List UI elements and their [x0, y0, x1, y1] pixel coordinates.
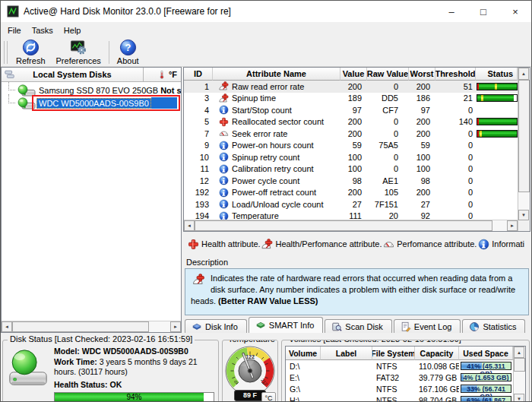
- attribute-name: Power cycle count: [213, 176, 340, 185]
- volume-file-system: NTFS: [372, 385, 415, 394]
- smart-attribute-table: IDAttribute NameValueRaw ValueWorstThres…: [183, 67, 530, 232]
- disk-worktime-line: Work Time: 3 years 5 months 9 days 21 ho…: [54, 357, 214, 378]
- tab-statistics[interactable]: Statistics: [462, 319, 525, 333]
- maximize-button[interactable]: □: [467, 1, 499, 22]
- disk-status-group: Disk Status [Last Checked: 2023-02-16 16…: [2, 340, 219, 402]
- disk-list-hscrollbar[interactable]: ◄ ►: [2, 321, 181, 332]
- legend-label: Perfomance attribute.: [397, 239, 477, 248]
- attribute-threshold: 21: [435, 93, 476, 103]
- smart-attribute-row[interactable]: 9Power-on hours count5975A5590: [184, 140, 518, 152]
- smart-column-header-value[interactable]: Value: [340, 68, 367, 81]
- description-label: Description: [183, 256, 530, 268]
- preferences-button[interactable]: Preferences: [51, 38, 106, 66]
- scrollbar-thumb[interactable]: [518, 80, 530, 192]
- smart-column-header-worst[interactable]: Worst: [409, 68, 435, 81]
- scroll-right-icon[interactable]: ►: [507, 220, 518, 231]
- scroll-down-icon[interactable]: ▼: [518, 210, 529, 220]
- minimize-button[interactable]: –: [435, 1, 467, 22]
- smart-column-header-threshold[interactable]: Threshold: [435, 68, 476, 81]
- toolbar-separator: [109, 41, 109, 64]
- attribute-threshold: 0: [435, 200, 476, 209]
- smart-column-header-attribute-name[interactable]: Attribute Name: [213, 68, 340, 81]
- scrollbar-corner: [518, 220, 530, 231]
- smart-table-vscrollbar[interactable]: ▲ ▼: [518, 68, 530, 231]
- health-icon: [188, 239, 199, 250]
- attribute-value: 111: [340, 211, 367, 220]
- scroll-up-icon[interactable]: ▲: [514, 347, 524, 358]
- volumes-vscrollbar[interactable]: ▲ ▼: [513, 347, 525, 402]
- smart-attribute-row[interactable]: 10Spinup retry count10001000: [184, 151, 518, 163]
- tab-event-log[interactable]: Event Log: [394, 319, 461, 333]
- volumes-column-header-volume[interactable]: Volume: [286, 347, 321, 360]
- temperature-title: Temperature: [226, 340, 277, 343]
- toolbar-gripper[interactable]: [4, 41, 8, 64]
- attribute-value: 97: [340, 106, 367, 115]
- scrollbar-thumb[interactable]: [514, 358, 525, 372]
- scroll-down-icon[interactable]: ▼: [514, 394, 524, 402]
- tab-label: Event Log: [414, 322, 452, 331]
- attribute-name: Calibration retry count: [213, 164, 340, 174]
- scroll-right-icon[interactable]: ►: [170, 321, 181, 332]
- smart-attribute-row[interactable]: 12Power cycle count98AE1980: [184, 175, 518, 187]
- scroll-left-icon[interactable]: ◄: [184, 220, 195, 231]
- attribute-id: 10: [184, 153, 213, 162]
- smart-column-header-status[interactable]: Status: [476, 68, 518, 81]
- volume-row[interactable]: D:\NTFS110.098 GB41% (45.311 GB): [286, 360, 513, 372]
- disk-list-header: Local System Disks °F: [2, 68, 181, 82]
- column-header-temperature-unit[interactable]: °F: [144, 68, 181, 81]
- attribute-worst: 100: [409, 164, 435, 173]
- attribute-legend: Health attribute.Health/Perfomance attri…: [183, 232, 530, 256]
- volumes-column-header-label[interactable]: Label: [321, 347, 372, 360]
- tab-scan-disk[interactable]: Scan Disk: [325, 319, 392, 333]
- smart-attribute-row[interactable]: 7Seek error rate20002000: [184, 128, 518, 140]
- attribute-id: 5: [184, 117, 213, 126]
- smart-attribute-row[interactable]: 3Spinup time189DD518621: [184, 93, 518, 105]
- refresh-button[interactable]: Refresh: [11, 38, 51, 66]
- tab-smart-info[interactable]: SMART Info: [249, 317, 324, 333]
- smart-attribute-row[interactable]: 193Load/Unload cycle count277F151270: [184, 198, 518, 210]
- toolbar-button-label: Preferences: [56, 56, 101, 65]
- smart-attribute-row[interactable]: 1Raw read error rate200020051: [184, 81, 518, 93]
- scan-disk-icon: [331, 321, 342, 332]
- volumes-column-header-capacity[interactable]: Capacity: [415, 347, 459, 360]
- volumes-column-header-file-system[interactable]: File System: [372, 347, 415, 360]
- scrollbar-thumb[interactable]: [195, 220, 492, 231]
- attribute-worst: 98: [409, 176, 435, 185]
- smart-attribute-row[interactable]: 194Temperature11120920: [184, 210, 518, 220]
- volume-row[interactable]: H:\NTFS98.704 GB63% (61.867 GB): [286, 394, 513, 402]
- volume-letter: D:\: [286, 362, 321, 371]
- smart-column-header-id[interactable]: ID: [184, 68, 213, 81]
- scroll-up-icon[interactable]: ▲: [518, 68, 529, 80]
- volume-row[interactable]: G:\NTFS167.106 GB33% (56.741 GB): [286, 383, 513, 394]
- attribute-name-text: Seek error rate: [232, 129, 287, 138]
- tab-disk-info[interactable]: Disk Info: [185, 319, 247, 333]
- smart-attribute-row[interactable]: 192Power-off retract count2001052000: [184, 187, 518, 199]
- attribute-name: Power-off retract count: [213, 188, 340, 198]
- scrollbar-thumb[interactable]: [12, 321, 149, 332]
- volumes-column-header-used-space[interactable]: Used Space: [459, 347, 513, 360]
- attribute-name-text: Load/Unload cycle count: [232, 200, 323, 209]
- smart-table-hscrollbar[interactable]: ◄ ►: [184, 220, 518, 231]
- disk-drive-icon: [6, 347, 50, 392]
- volume-used-space: 63% (61.867 GB): [459, 396, 513, 402]
- menu-item-file[interactable]: File: [2, 24, 27, 37]
- menu-item-help[interactable]: Help: [59, 24, 87, 37]
- used-space-bar: 63% (61.867 GB): [461, 396, 511, 402]
- column-header-local-system-disks[interactable]: Local System Disks: [2, 68, 144, 81]
- smart-column-header-raw-value[interactable]: Raw Value: [367, 68, 409, 81]
- window-title: Active@ Hard Disk Monitor 23.0.0 [Freewa…: [24, 6, 231, 17]
- disk-list-item[interactable]: WDC WD5000AADS-00S9B0: [2, 97, 181, 109]
- about-button[interactable]: ?About: [112, 38, 144, 66]
- tab-strip: Disk InfoSMART InfoScan DiskEvent LogSta…: [183, 317, 530, 333]
- smart-attribute-row[interactable]: 5Reallocated sector count2000200140: [184, 116, 518, 128]
- smart-attribute-row[interactable]: 4Start/Stop count97CF7970: [184, 104, 518, 116]
- scroll-left-icon[interactable]: ◄: [2, 321, 12, 332]
- smart-attribute-row[interactable]: 11Calibration retry count10001000: [184, 163, 518, 176]
- attribute-threshold: 0: [435, 164, 476, 173]
- volume-row[interactable]: E:\FAT3239.779 GB4% (1.653 GB): [286, 372, 513, 383]
- menu-item-tasks[interactable]: Tasks: [27, 24, 59, 37]
- volume-used-space: 41% (45.311 GB): [459, 362, 513, 370]
- close-button[interactable]: ×: [499, 1, 531, 22]
- celsius-toggle-button[interactable]: °C: [261, 392, 276, 402]
- disk-list-item[interactable]: Samsung SSD 870 EVO 250GBNot suppo: [2, 84, 181, 97]
